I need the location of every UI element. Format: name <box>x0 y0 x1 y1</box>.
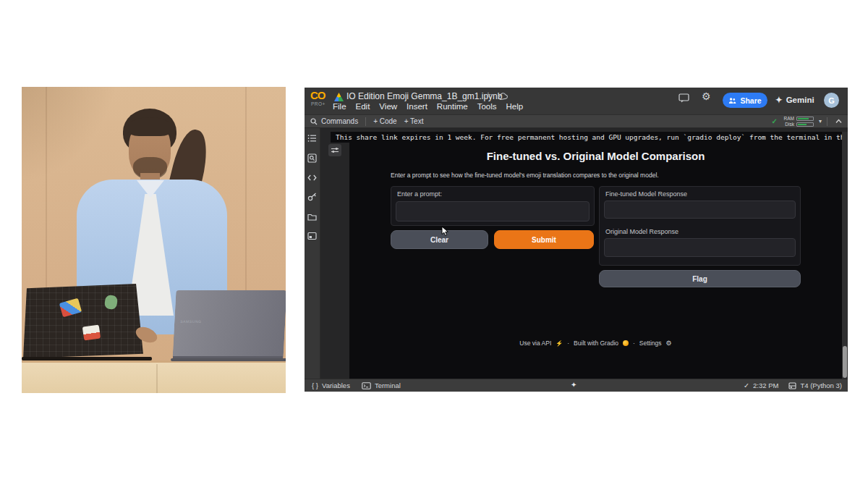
variables-label: Variables <box>322 381 350 389</box>
gradio-app: Fine-tuned vs. Original Model Comparison… <box>349 143 842 379</box>
gemini-spark-icon: ✦ <box>775 95 783 105</box>
laptop-brand-label: SAMSUNG <box>180 319 202 324</box>
prompt-block: Enter a prompt: <box>391 186 595 226</box>
commands-label: Commands <box>321 117 358 125</box>
built-with-gradio-link[interactable]: Built with Gradio <box>574 340 618 347</box>
menu-tools[interactable]: Tools <box>477 102 497 111</box>
menu-runtime[interactable]: Runtime <box>437 102 468 111</box>
presenter-hair <box>128 117 171 136</box>
original-response-label: Original Model Response <box>605 228 678 235</box>
flag-button[interactable]: Flag <box>599 270 801 287</box>
app-description: Enter a prompt to see how the fine-tuned… <box>391 172 659 179</box>
status-bar: { } Variables Terminal ✦ ✓ 2:32 PM T4 (P… <box>305 379 848 392</box>
search-icon <box>310 118 318 125</box>
app-title: Fine-tuned vs. Original Model Comparison <box>349 150 842 162</box>
runtime-label: T4 (Python 3) <box>800 381 842 389</box>
left-sidebar <box>305 128 320 379</box>
star-icon[interactable]: ☆ <box>485 90 492 100</box>
scrollbar[interactable] <box>842 132 848 379</box>
code-snippets-icon[interactable] <box>307 172 318 182</box>
colab-header: CO PRO+ IO Edition Emoji Gemma_1B_gm1.ip… <box>305 88 848 114</box>
avatar[interactable]: G <box>824 93 839 108</box>
gpu-icon <box>788 382 796 389</box>
ram-meter <box>796 117 814 121</box>
notebook-title[interactable]: IO Edition Emoji Gemma_1B_gm1.ipynb <box>346 91 502 101</box>
add-code-button[interactable]: + Code <box>373 117 397 125</box>
laptop-right: SAMSUNG <box>173 290 286 359</box>
finetuned-response-label: Fine-tuned Model Response <box>605 190 687 198</box>
resources-indicator[interactable]: ✓ RAM Disk ▾ <box>772 116 827 127</box>
responses-block: Fine-tuned Model Response Original Model… <box>599 186 801 266</box>
share-button[interactable]: Share <box>723 93 767 108</box>
runtime-type-button[interactable]: T4 (Python 3) <box>788 381 842 389</box>
finetuned-response-output[interactable] <box>604 201 796 219</box>
laptop-sticker <box>82 324 101 340</box>
original-response-output[interactable] <box>604 238 796 257</box>
menu-help[interactable]: Help <box>506 102 524 111</box>
gemini-label: Gemini <box>786 96 814 104</box>
menu-insert[interactable]: Insert <box>407 102 427 111</box>
settings-link[interactable]: Settings <box>639 340 662 347</box>
check-icon: ✓ <box>744 381 749 389</box>
scrollbar-thumb[interactable] <box>843 346 847 378</box>
gradio-footer: Use via API ⚡ · Built with Gradio · Sett… <box>349 340 842 347</box>
find-replace-icon[interactable] <box>307 153 318 163</box>
people-icon <box>728 97 736 104</box>
execution-status: ✓ 2:32 PM <box>744 381 778 389</box>
notebook-body: This share link expires in 1 week. For f… <box>305 128 848 379</box>
terminal-icon <box>362 382 371 389</box>
prompt-label: Enter a prompt: <box>397 190 442 198</box>
laptop-left-base <box>22 357 152 360</box>
laptop-lid-pattern <box>23 284 143 358</box>
menu-edit[interactable]: Edit <box>356 102 370 111</box>
command-palette[interactable]: Commands <box>310 117 358 125</box>
gradio-logo-icon <box>623 340 629 346</box>
clear-button[interactable]: Clear <box>391 230 488 249</box>
secrets-key-icon[interactable] <box>307 192 318 202</box>
terminal-label: Terminal <box>375 381 401 389</box>
presenter-photo: SAMSUNG <box>22 87 286 393</box>
table-of-contents-icon[interactable] <box>307 133 318 143</box>
api-plug-icon: ⚡ <box>556 340 563 347</box>
gemini-spark-icon[interactable]: ✦ <box>571 381 576 389</box>
divider <box>827 117 827 126</box>
comments-icon[interactable] <box>678 93 689 103</box>
add-text-button[interactable]: + Text <box>404 117 424 125</box>
settings-gear-icon[interactable]: ⚙ <box>702 90 711 102</box>
collapse-header-button[interactable] <box>835 117 843 125</box>
separator-dot: · <box>567 340 569 347</box>
desk <box>22 360 286 393</box>
variables-pane-button[interactable]: { } Variables <box>312 381 350 389</box>
separator-dot: · <box>633 340 635 347</box>
use-via-api-link[interactable]: Use via API <box>519 340 551 347</box>
ram-label: RAM <box>783 116 794 121</box>
braces-icon: { } <box>312 381 318 389</box>
drive-icon <box>334 93 344 101</box>
divider <box>365 117 366 126</box>
resource-meters: RAM Disk <box>783 116 814 127</box>
output-settings-icon[interactable] <box>328 144 341 156</box>
prompt-input[interactable] <box>396 201 590 222</box>
colab-pro-badge: PRO+ <box>311 101 326 106</box>
menu-file[interactable]: File <box>333 102 346 111</box>
colab-window: CO PRO+ IO Edition Emoji Gemma_1B_gm1.ip… <box>305 88 848 392</box>
colab-toolbar: Commands + Code + Text ✓ RAM Disk ▾ <box>305 114 848 128</box>
cloud-save-icon <box>498 93 509 101</box>
desk-seam <box>156 364 158 393</box>
disk-label: Disk <box>783 122 794 127</box>
submit-button[interactable]: Submit <box>494 230 594 249</box>
connected-check-icon: ✓ <box>772 117 778 125</box>
files-folder-icon[interactable] <box>307 211 318 222</box>
menu-view[interactable]: View <box>379 102 397 111</box>
laptop-left <box>23 284 143 358</box>
laptop-right-base <box>171 358 286 361</box>
last-executed-time: 2:32 PM <box>753 381 778 389</box>
bottom-pane-icon[interactable] <box>307 231 318 241</box>
terminal-pane-button[interactable]: Terminal <box>362 381 401 389</box>
disk-meter <box>796 122 814 127</box>
gemini-button[interactable]: ✦ Gemini <box>775 95 814 105</box>
runtime-dropdown-icon[interactable]: ▾ <box>819 118 822 125</box>
settings-gear-icon: ⚙ <box>666 340 672 347</box>
menu-bar: File Edit View Insert Runtime Tools Help <box>333 102 523 111</box>
gradio-share-notice: This share link expires in 1 week. For f… <box>331 132 842 143</box>
